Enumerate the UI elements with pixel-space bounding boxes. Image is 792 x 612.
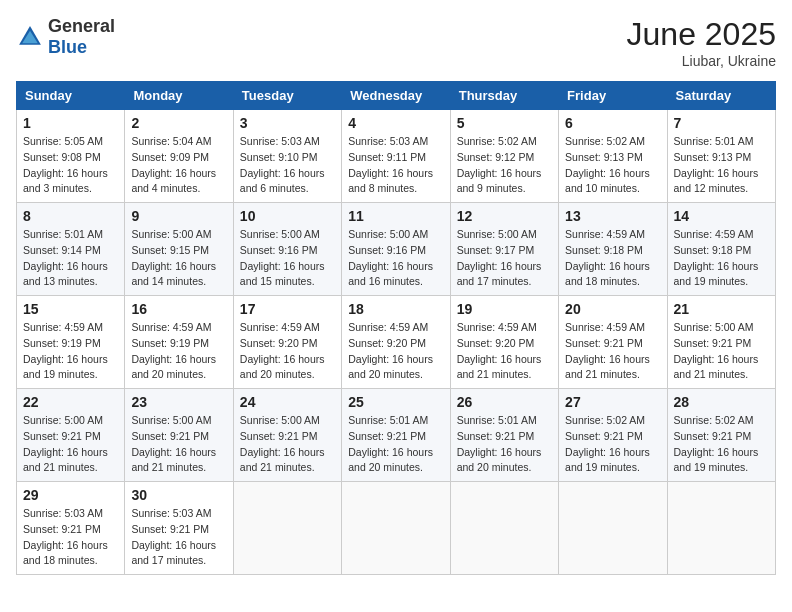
calendar-cell: 24 Sunrise: 5:00 AM Sunset: 9:21 PM Dayl… xyxy=(233,389,341,482)
calendar-cell xyxy=(342,482,450,575)
calendar-cell xyxy=(667,482,775,575)
day-number: 30 xyxy=(131,487,226,503)
month-title: June 2025 xyxy=(627,16,776,53)
logo-icon xyxy=(16,23,44,51)
calendar-cell: 15 Sunrise: 4:59 AM Sunset: 9:19 PM Dayl… xyxy=(17,296,125,389)
day-number: 3 xyxy=(240,115,335,131)
calendar-cell: 7 Sunrise: 5:01 AM Sunset: 9:13 PM Dayli… xyxy=(667,110,775,203)
day-info: Sunrise: 5:00 AM Sunset: 9:21 PM Dayligh… xyxy=(23,413,118,476)
calendar-cell: 1 Sunrise: 5:05 AM Sunset: 9:08 PM Dayli… xyxy=(17,110,125,203)
day-number: 5 xyxy=(457,115,552,131)
day-info: Sunrise: 5:01 AM Sunset: 9:21 PM Dayligh… xyxy=(457,413,552,476)
calendar-table: Sunday Monday Tuesday Wednesday Thursday… xyxy=(16,81,776,575)
calendar-cell: 22 Sunrise: 5:00 AM Sunset: 9:21 PM Dayl… xyxy=(17,389,125,482)
page-header: General Blue June 2025 Liubar, Ukraine xyxy=(16,16,776,69)
day-info: Sunrise: 5:01 AM Sunset: 9:14 PM Dayligh… xyxy=(23,227,118,290)
calendar-cell: 3 Sunrise: 5:03 AM Sunset: 9:10 PM Dayli… xyxy=(233,110,341,203)
day-number: 29 xyxy=(23,487,118,503)
calendar-row: 29 Sunrise: 5:03 AM Sunset: 9:21 PM Dayl… xyxy=(17,482,776,575)
day-info: Sunrise: 5:01 AM Sunset: 9:21 PM Dayligh… xyxy=(348,413,443,476)
day-number: 14 xyxy=(674,208,769,224)
day-number: 21 xyxy=(674,301,769,317)
day-info: Sunrise: 5:00 AM Sunset: 9:15 PM Dayligh… xyxy=(131,227,226,290)
day-number: 11 xyxy=(348,208,443,224)
calendar-cell: 13 Sunrise: 4:59 AM Sunset: 9:18 PM Dayl… xyxy=(559,203,667,296)
day-info: Sunrise: 5:00 AM Sunset: 9:21 PM Dayligh… xyxy=(131,413,226,476)
calendar-cell: 16 Sunrise: 4:59 AM Sunset: 9:19 PM Dayl… xyxy=(125,296,233,389)
calendar-cell: 30 Sunrise: 5:03 AM Sunset: 9:21 PM Dayl… xyxy=(125,482,233,575)
day-number: 18 xyxy=(348,301,443,317)
day-info: Sunrise: 5:00 AM Sunset: 9:16 PM Dayligh… xyxy=(240,227,335,290)
calendar-cell: 26 Sunrise: 5:01 AM Sunset: 9:21 PM Dayl… xyxy=(450,389,558,482)
day-number: 6 xyxy=(565,115,660,131)
logo-general: General xyxy=(48,16,115,36)
calendar-cell: 5 Sunrise: 5:02 AM Sunset: 9:12 PM Dayli… xyxy=(450,110,558,203)
day-info: Sunrise: 4:59 AM Sunset: 9:19 PM Dayligh… xyxy=(131,320,226,383)
day-info: Sunrise: 4:59 AM Sunset: 9:20 PM Dayligh… xyxy=(348,320,443,383)
day-number: 9 xyxy=(131,208,226,224)
day-number: 28 xyxy=(674,394,769,410)
day-info: Sunrise: 5:00 AM Sunset: 9:21 PM Dayligh… xyxy=(240,413,335,476)
col-friday: Friday xyxy=(559,82,667,110)
calendar-cell xyxy=(559,482,667,575)
day-info: Sunrise: 5:02 AM Sunset: 9:13 PM Dayligh… xyxy=(565,134,660,197)
title-area: June 2025 Liubar, Ukraine xyxy=(627,16,776,69)
day-info: Sunrise: 5:02 AM Sunset: 9:12 PM Dayligh… xyxy=(457,134,552,197)
day-info: Sunrise: 5:00 AM Sunset: 9:16 PM Dayligh… xyxy=(348,227,443,290)
calendar-cell: 28 Sunrise: 5:02 AM Sunset: 9:21 PM Dayl… xyxy=(667,389,775,482)
calendar-cell: 4 Sunrise: 5:03 AM Sunset: 9:11 PM Dayli… xyxy=(342,110,450,203)
calendar-cell: 12 Sunrise: 5:00 AM Sunset: 9:17 PM Dayl… xyxy=(450,203,558,296)
calendar-cell xyxy=(233,482,341,575)
day-number: 12 xyxy=(457,208,552,224)
calendar-cell: 10 Sunrise: 5:00 AM Sunset: 9:16 PM Dayl… xyxy=(233,203,341,296)
location: Liubar, Ukraine xyxy=(627,53,776,69)
calendar-cell: 20 Sunrise: 4:59 AM Sunset: 9:21 PM Dayl… xyxy=(559,296,667,389)
calendar-cell: 25 Sunrise: 5:01 AM Sunset: 9:21 PM Dayl… xyxy=(342,389,450,482)
day-number: 15 xyxy=(23,301,118,317)
day-number: 19 xyxy=(457,301,552,317)
logo-text: General Blue xyxy=(48,16,115,58)
day-number: 2 xyxy=(131,115,226,131)
day-number: 27 xyxy=(565,394,660,410)
day-number: 16 xyxy=(131,301,226,317)
day-info: Sunrise: 4:59 AM Sunset: 9:18 PM Dayligh… xyxy=(674,227,769,290)
calendar-cell: 11 Sunrise: 5:00 AM Sunset: 9:16 PM Dayl… xyxy=(342,203,450,296)
day-number: 7 xyxy=(674,115,769,131)
day-number: 22 xyxy=(23,394,118,410)
col-sunday: Sunday xyxy=(17,82,125,110)
day-info: Sunrise: 5:03 AM Sunset: 9:10 PM Dayligh… xyxy=(240,134,335,197)
calendar-cell: 27 Sunrise: 5:02 AM Sunset: 9:21 PM Dayl… xyxy=(559,389,667,482)
calendar-cell: 2 Sunrise: 5:04 AM Sunset: 9:09 PM Dayli… xyxy=(125,110,233,203)
calendar-row: 1 Sunrise: 5:05 AM Sunset: 9:08 PM Dayli… xyxy=(17,110,776,203)
calendar-cell: 9 Sunrise: 5:00 AM Sunset: 9:15 PM Dayli… xyxy=(125,203,233,296)
day-info: Sunrise: 5:03 AM Sunset: 9:11 PM Dayligh… xyxy=(348,134,443,197)
calendar-row: 15 Sunrise: 4:59 AM Sunset: 9:19 PM Dayl… xyxy=(17,296,776,389)
day-info: Sunrise: 5:02 AM Sunset: 9:21 PM Dayligh… xyxy=(565,413,660,476)
calendar-cell: 18 Sunrise: 4:59 AM Sunset: 9:20 PM Dayl… xyxy=(342,296,450,389)
day-info: Sunrise: 5:03 AM Sunset: 9:21 PM Dayligh… xyxy=(131,506,226,569)
day-number: 1 xyxy=(23,115,118,131)
calendar-cell: 21 Sunrise: 5:00 AM Sunset: 9:21 PM Dayl… xyxy=(667,296,775,389)
calendar-cell: 23 Sunrise: 5:00 AM Sunset: 9:21 PM Dayl… xyxy=(125,389,233,482)
calendar-cell xyxy=(450,482,558,575)
day-info: Sunrise: 5:00 AM Sunset: 9:17 PM Dayligh… xyxy=(457,227,552,290)
logo-blue: Blue xyxy=(48,37,87,57)
day-number: 24 xyxy=(240,394,335,410)
day-info: Sunrise: 4:59 AM Sunset: 9:19 PM Dayligh… xyxy=(23,320,118,383)
day-number: 26 xyxy=(457,394,552,410)
day-number: 8 xyxy=(23,208,118,224)
day-info: Sunrise: 5:04 AM Sunset: 9:09 PM Dayligh… xyxy=(131,134,226,197)
day-info: Sunrise: 5:03 AM Sunset: 9:21 PM Dayligh… xyxy=(23,506,118,569)
calendar-cell: 29 Sunrise: 5:03 AM Sunset: 9:21 PM Dayl… xyxy=(17,482,125,575)
col-monday: Monday xyxy=(125,82,233,110)
day-info: Sunrise: 5:05 AM Sunset: 9:08 PM Dayligh… xyxy=(23,134,118,197)
col-thursday: Thursday xyxy=(450,82,558,110)
calendar-cell: 6 Sunrise: 5:02 AM Sunset: 9:13 PM Dayli… xyxy=(559,110,667,203)
day-info: Sunrise: 4:59 AM Sunset: 9:21 PM Dayligh… xyxy=(565,320,660,383)
col-wednesday: Wednesday xyxy=(342,82,450,110)
logo: General Blue xyxy=(16,16,115,58)
day-number: 10 xyxy=(240,208,335,224)
col-tuesday: Tuesday xyxy=(233,82,341,110)
day-number: 17 xyxy=(240,301,335,317)
day-info: Sunrise: 4:59 AM Sunset: 9:20 PM Dayligh… xyxy=(457,320,552,383)
